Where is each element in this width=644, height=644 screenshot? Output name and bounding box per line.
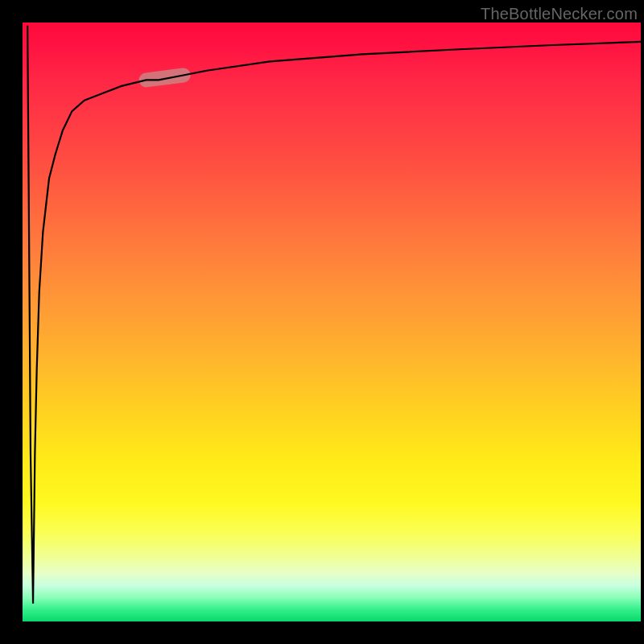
chart-svg [23,23,641,621]
chart-stage: TheBottleNecker.com [0,0,644,644]
data-curve [27,26,641,604]
watermark-text: TheBottleNecker.com [481,5,638,23]
plot-area [23,23,641,621]
